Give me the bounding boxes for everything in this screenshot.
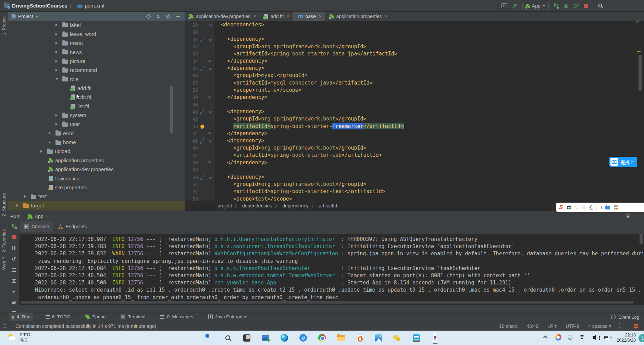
tree-item-list-ftl[interactable]: list.ftl xyxy=(8,102,185,111)
tree-item-upload[interactable]: upload xyxy=(8,147,185,156)
rerun-button[interactable]: ↻ xyxy=(554,3,558,9)
speaker-icon[interactable] xyxy=(593,336,595,339)
status-lf[interactable]: LF xyxy=(547,323,557,329)
tree-item-recommend[interactable]: recommend xyxy=(8,66,185,75)
restart-icon[interactable]: ↺ xyxy=(11,256,17,261)
sogou-status-icon[interactable]: S xyxy=(633,322,638,330)
run-config-select[interactable]: App xyxy=(522,2,549,10)
close-icon[interactable]: × xyxy=(253,14,256,19)
profiler-icon[interactable] xyxy=(573,3,579,9)
collapse-all-icon[interactable]: ⇅ xyxy=(154,13,162,20)
event-log-button[interactable]: Event Log xyxy=(611,312,639,321)
camera-icon[interactable] xyxy=(11,278,17,283)
intention-bulb-icon[interactable] xyxy=(200,125,204,128)
breadcrumb-project[interactable]: DrivingSchoolCourses xyxy=(12,3,67,9)
tree-arrow-icon[interactable] xyxy=(49,132,55,135)
warning-stripe-mark[interactable] xyxy=(637,51,641,52)
tree-arrow-icon[interactable] xyxy=(55,114,62,117)
taskbar-idea-icon[interactable]: IJ xyxy=(431,334,439,342)
hide-panel-icon[interactable] xyxy=(635,216,639,216)
tree-item-home[interactable]: home xyxy=(8,138,185,146)
taskbar-explorer-icon[interactable] xyxy=(337,334,345,342)
tree-arrow-icon[interactable] xyxy=(55,24,62,26)
search-everywhere-icon[interactable] xyxy=(598,3,604,9)
tray-app-icon[interactable] xyxy=(555,334,561,341)
battery-icon[interactable] xyxy=(604,336,610,339)
ime-mic-icon[interactable] xyxy=(590,205,592,208)
taskbar-app-dark-icon[interactable] xyxy=(243,334,251,342)
taskbar-edge-icon[interactable] xyxy=(280,334,288,342)
gear-icon[interactable] xyxy=(626,213,631,218)
close-icon[interactable]: × xyxy=(385,14,388,19)
fold-close-icon[interactable] xyxy=(208,132,211,136)
taskbar-clock[interactable]: 22:18 2022/6/28 xyxy=(617,333,636,343)
list-icon[interactable] xyxy=(11,267,17,272)
stripe-structure-label[interactable]: Z: Structure xyxy=(1,193,7,216)
drag-upload-badge[interactable]: 拖拽上 xyxy=(609,157,637,167)
taskbar-weather[interactable]: 29°C 多云 xyxy=(8,332,30,343)
debug-bug-icon[interactable] xyxy=(563,3,569,9)
sogou-logo-icon[interactable]: S xyxy=(559,204,563,211)
fold-open-icon[interactable] xyxy=(209,66,212,70)
toolwindow-terminal[interactable]: >_Terminal xyxy=(118,312,148,321)
tree-item-news[interactable]: news xyxy=(8,48,185,56)
emoji-icon[interactable]: ☺ xyxy=(581,204,586,210)
tree-arrow-icon[interactable] xyxy=(55,60,62,63)
pause-icon[interactable] xyxy=(11,245,17,251)
tree-arrow-icon[interactable] xyxy=(24,195,31,198)
breadcrumb-file[interactable]: pom.xml xyxy=(85,3,104,9)
maven-dependency-icon[interactable]: ↑ xyxy=(200,37,205,42)
taskbar-powerpoint-icon[interactable] xyxy=(356,334,364,342)
taskbar-remote-desktop-icon[interactable] xyxy=(261,334,270,342)
wifi-icon[interactable] xyxy=(579,335,585,340)
ime-grid-icon[interactable] xyxy=(614,205,618,209)
hide-panel-icon[interactable] xyxy=(174,13,182,20)
eraser-icon[interactable] xyxy=(11,300,17,305)
toolwindow-run[interactable]: 4: Run xyxy=(9,312,33,321)
toolwindow-switcher-icon[interactable] xyxy=(3,324,7,328)
stop-button[interactable] xyxy=(584,4,588,8)
tree-item-role[interactable]: role xyxy=(8,75,185,84)
console-vscrollbar[interactable] xyxy=(640,234,643,244)
run-config-tab[interactable]: App × xyxy=(28,214,49,219)
tree-item-system[interactable]: system xyxy=(8,111,185,119)
stripe-web-label[interactable]: Web xyxy=(1,261,7,270)
toolwindow-todo[interactable]: 6: TODO xyxy=(43,312,73,321)
breadcrumb-dependencies[interactable]: dependencies xyxy=(242,203,272,208)
mic-icon[interactable] xyxy=(569,335,571,338)
tree-item-application-dev-properties[interactable]: application-dev.properties xyxy=(8,165,185,174)
tree-arrow-icon[interactable] xyxy=(16,204,23,207)
scroll-down-icon[interactable] xyxy=(11,289,17,294)
tree-item-picture[interactable]: picture xyxy=(8,56,185,65)
status-43-49[interactable]: 43:49 xyxy=(527,323,538,329)
close-icon[interactable]: × xyxy=(287,14,289,19)
tree-arrow-icon[interactable] xyxy=(55,78,62,80)
stripe-project-label[interactable]: 1: Project xyxy=(1,16,7,35)
console-hscrollbar[interactable] xyxy=(21,301,634,304)
taskbar-peanut-icon[interactable] xyxy=(393,334,401,342)
tree-arrow-icon[interactable] xyxy=(55,51,62,53)
tree-arrow-icon[interactable] xyxy=(55,69,62,72)
tree-item-target[interactable]: target xyxy=(8,201,185,210)
taskbar-start-icon[interactable] xyxy=(205,334,213,342)
breadcrumb-artifactId[interactable]: artifactId xyxy=(319,203,337,208)
tree-item-edit-ftl[interactable]: edit.ftl xyxy=(8,93,185,102)
tree-arrow-icon[interactable] xyxy=(55,42,62,44)
maven-dependency-icon[interactable]: ↑ xyxy=(200,109,205,115)
tree-item-label[interactable]: label xyxy=(8,21,185,29)
toolwindow-spring[interactable]: Spring xyxy=(83,312,108,321)
tree-item-menu[interactable]: menu xyxy=(8,39,185,48)
fold-open-icon[interactable] xyxy=(209,139,212,142)
tree-item-favicon-ico[interactable]: favicon.ico xyxy=(8,174,185,183)
tree-arrow-icon[interactable] xyxy=(55,33,62,36)
tree-scrollbar[interactable] xyxy=(170,86,173,133)
fold-close-icon[interactable] xyxy=(208,161,211,165)
ime-toolbox-icon[interactable] xyxy=(605,206,610,209)
ime-punctuation-icon[interactable]: ’, xyxy=(575,205,578,210)
maven-dependency-icon[interactable]: ↑ xyxy=(200,175,205,180)
status-utf-8[interactable]: UTF-8 xyxy=(566,323,579,329)
editor-tab-base[interactable]: mbase× xyxy=(293,12,325,21)
fold-open-icon[interactable] xyxy=(209,110,212,113)
taskbar-search-icon[interactable] xyxy=(224,334,232,342)
editor-tab-application-dev-properties[interactable]: application-dev.properties× xyxy=(185,12,260,21)
